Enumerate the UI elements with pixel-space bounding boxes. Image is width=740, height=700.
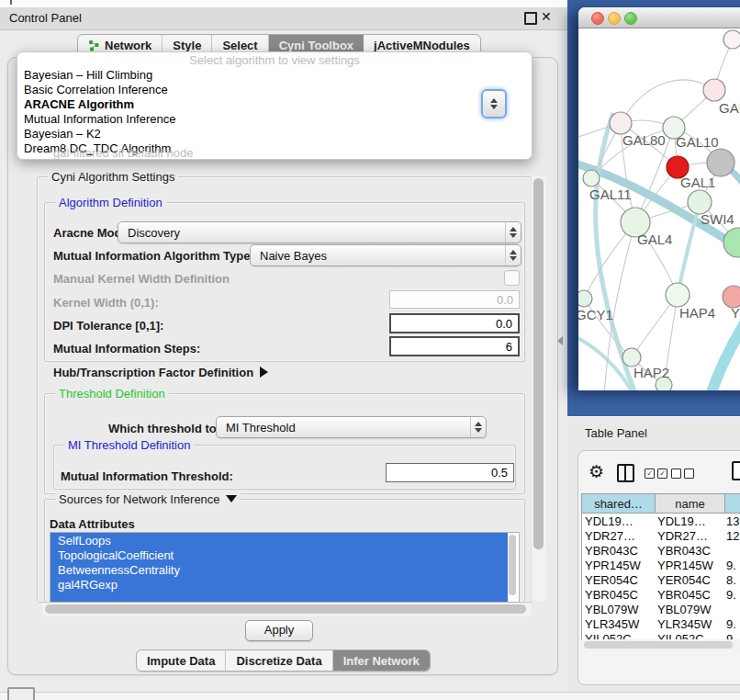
table-row[interactable]: YBL079WYBL079W	[582, 602, 740, 616]
algorithm-option[interactable]: Basic Correlation Inference	[17, 83, 532, 97]
aracne-mode-value: Discovery	[118, 226, 505, 240]
focused-combo-stepper-fragment	[481, 89, 507, 119]
network-node[interactable]	[703, 79, 725, 101]
kernel-width-label: Kernel Width (0,1):	[53, 296, 159, 310]
algorithm-option-selected[interactable]: ARACNE Algorithm	[17, 97, 532, 112]
tab-network-label: Network	[105, 39, 151, 52]
network-canvas[interactable]: GAL GAL80 GAL10 GAL1 SWI4 GAL11 GAL4 GCY…	[578, 28, 740, 390]
node-label: GCY1	[578, 307, 613, 322]
bottom-strip	[0, 692, 740, 700]
settings-vertical-scrollbar[interactable]	[531, 176, 546, 601]
split-pane-collapse-icon[interactable]	[557, 336, 563, 345]
table-row[interactable]: YDR27…YDR27…12	[582, 528, 740, 543]
control-panel-titlebar	[0, 7, 567, 30]
kernel-width-input[interactable]	[389, 290, 520, 309]
top-strip	[0, 0, 567, 7]
network-node[interactable]	[666, 283, 690, 307]
list-item[interactable]: gal4RGexp	[50, 578, 499, 593]
algorithm-option[interactable]: Bayesian – Hill Climbing	[17, 68, 532, 83]
threshold-definition-title: Threshold Definition	[55, 387, 169, 401]
close-traffic-light-icon[interactable]	[591, 12, 604, 25]
list-item[interactable]: SelfLoops	[50, 534, 499, 548]
network-node[interactable]	[610, 112, 632, 134]
list-scrollbar[interactable]	[508, 534, 518, 601]
document-icon[interactable]	[732, 461, 740, 480]
close-icon[interactable]: ✕	[541, 9, 552, 24]
table-row[interactable]: YBR045CYBR045C9.	[582, 587, 740, 602]
node-label: GAL11	[589, 186, 632, 202]
node-label: GAL10	[676, 134, 719, 150]
table-row[interactable]: YBR043CYBR043C	[582, 543, 740, 558]
sources-toggle[interactable]: Sources for Network Inference	[55, 492, 241, 506]
data-attributes-label: Data Attributes	[50, 517, 135, 531]
collapse-arrow-icon	[226, 495, 237, 502]
horizontal-scrollbar-thumb[interactable]	[45, 604, 526, 614]
table-row[interactable]: YDL19…YDL19…13	[582, 514, 740, 528]
float-window-icon[interactable]	[524, 12, 537, 25]
network-node[interactable]	[578, 290, 592, 307]
mi-steps-input[interactable]	[389, 336, 520, 356]
settings-horizontal-scrollbar[interactable]	[42, 603, 531, 616]
bottom-left-panel-icon[interactable]	[7, 687, 35, 700]
network-node[interactable]	[622, 348, 641, 367]
control-panel-title: Control Panel	[9, 11, 82, 25]
column-header[interactable]	[725, 494, 740, 514]
minimize-traffic-light-icon[interactable]	[608, 12, 621, 25]
expand-arrow-icon	[260, 367, 268, 378]
apply-button[interactable]: Apply	[245, 620, 313, 641]
network-window-titlebar[interactable]	[578, 7, 740, 28]
which-threshold-combobox[interactable]: MI Threshold	[216, 416, 487, 438]
gear-icon[interactable]: ⚙	[589, 463, 604, 480]
column-header-name[interactable]: name	[656, 494, 725, 514]
mi-type-value: Naive Bayes	[251, 249, 505, 263]
network-node[interactable]	[723, 228, 740, 257]
vertical-scrollbar-thumb[interactable]	[533, 178, 544, 549]
dpi-tolerance-label: DPI Tolerance [0,1]:	[53, 319, 163, 333]
deselect-all-columns-icon[interactable]	[671, 469, 697, 482]
which-threshold-value: MI Threshold	[217, 421, 470, 435]
network-icon	[88, 40, 100, 51]
network-combo-ghost-value: gal-filtered sif default node	[53, 146, 193, 160]
select-all-columns-icon[interactable]: ✓✓	[645, 469, 670, 482]
node-label: Y	[731, 305, 740, 321]
table-row[interactable]: YER054CYER054C8.	[582, 572, 740, 587]
algorithm-option[interactable]: Bayesian – K2	[17, 127, 532, 141]
cyni-algorithm-settings-title: Cyni Algorithm Settings	[48, 170, 178, 184]
algorithm-option[interactable]: Mutual Information Inference	[17, 112, 532, 127]
mi-threshold-input[interactable]	[386, 463, 514, 482]
hub-definition-toggle[interactable]: Hub/Transcription Factor Definition	[53, 366, 268, 379]
mi-type-label: Mutual Information Algorithm Type:	[53, 249, 254, 263]
table-row[interactable]: YLR345WYLR345W9.	[582, 616, 740, 631]
table-panel-title: Table Panel	[585, 426, 647, 440]
network-node[interactable]	[723, 30, 740, 49]
zoom-traffic-light-icon[interactable]	[624, 12, 637, 25]
columns-icon[interactable]	[617, 464, 634, 482]
algorithm-placeholder: Select algorithm to view settings	[17, 52, 532, 68]
tab-discretize-data[interactable]: Discretize Data	[226, 650, 332, 671]
bottom-tabbar: Impute Data Discretize Data Infer Networ…	[136, 649, 431, 672]
dpi-tolerance-input[interactable]	[389, 313, 520, 333]
tab-infer-network[interactable]: Infer Network	[333, 650, 430, 671]
mi-threshold-label: Mutual Information Threshold:	[61, 469, 233, 483]
combo-stepper-icon	[505, 245, 521, 265]
data-attributes-list: SelfLoops TopologicalCoefficient Between…	[50, 532, 520, 603]
tab-impute-data[interactable]: Impute Data	[137, 650, 226, 671]
network-graph: GAL GAL80 GAL10 GAL1 SWI4 GAL11 GAL4 GCY…	[578, 28, 740, 390]
node-label: GAL	[719, 100, 740, 116]
table-scrollbar-thumb[interactable]	[584, 641, 733, 649]
manual-kernel-checkbox[interactable]	[504, 270, 520, 286]
network-node[interactable]	[707, 149, 734, 176]
list-item[interactable]: TopologicalCoefficient	[50, 548, 499, 563]
node-label: SWI4	[701, 211, 734, 227]
list-item[interactable]: BetweennessCentrality	[50, 563, 499, 578]
column-header-shared-name[interactable]: shared…	[582, 494, 656, 514]
table-row[interactable]: YPR145WYPR145W9.	[582, 558, 740, 572]
aracne-mode-combobox[interactable]: Discovery	[118, 221, 521, 243]
network-node[interactable]	[583, 170, 600, 186]
table-horizontal-scrollbar[interactable]	[581, 639, 740, 651]
node-label: HAP2	[633, 365, 669, 380]
combo-stepper-icon	[470, 417, 486, 437]
combo-stepper-icon	[505, 222, 521, 243]
mi-type-combobox[interactable]: Naive Bayes	[250, 244, 521, 266]
node-label: GAL80	[622, 132, 666, 148]
